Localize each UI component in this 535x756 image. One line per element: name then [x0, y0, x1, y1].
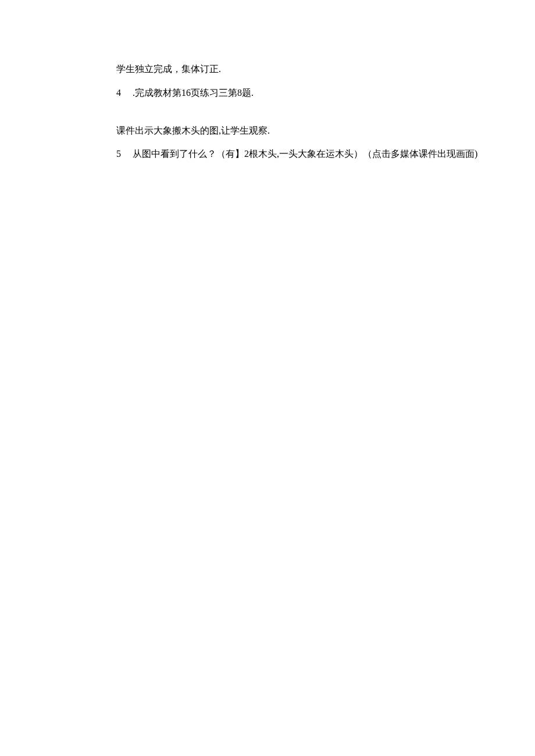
spacer	[116, 109, 500, 123]
numbered-line-4: 4 .完成教材第16页练习三第8题.	[116, 85, 500, 102]
numbered-line-5: 5 从图中看到了什么？（有】2根木头,一头大象在运木头）（点击多媒体课件出现画面…	[116, 146, 500, 163]
text-line-1: 学生独立完成，集体订正.	[116, 61, 500, 78]
line-number: 5	[116, 146, 133, 163]
text-content: 学生独立完成，集体订正.	[116, 64, 221, 74]
line-text: 从图中看到了什么？（有】2根木头,一头大象在运木头）（点击多媒体课件出现画面)	[133, 146, 500, 163]
line-text: .完成教材第16页练习三第8题.	[133, 85, 500, 102]
text-line-3: 课件出示大象搬木头的图,让学生观察.	[116, 123, 500, 139]
text-content: 课件出示大象搬木头的图,让学生观察.	[116, 126, 270, 135]
line-number: 4	[116, 85, 133, 102]
